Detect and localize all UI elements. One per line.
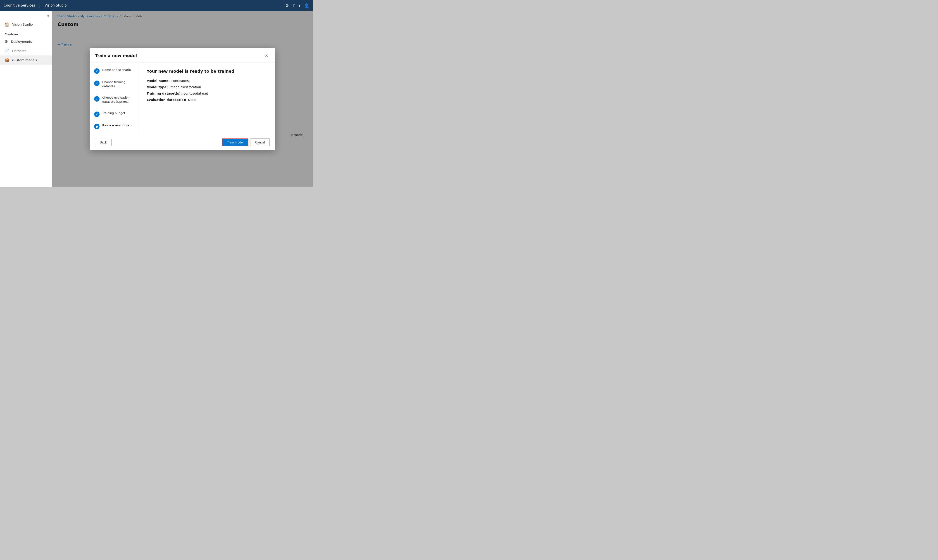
wizard-step-1-wrapper: ✓ Name and scenario: [94, 68, 135, 80]
wizard-step-3-icon: ✓: [94, 96, 100, 102]
wizard-step-5-icon: ●: [94, 124, 100, 129]
train-model-modal: Train a new model × ✓ Name and scenario: [89, 48, 275, 150]
wizard-step-1: ✓ Name and scenario: [94, 68, 135, 74]
collapse-icon[interactable]: «: [47, 14, 49, 18]
custom-models-icon: 📦: [5, 58, 9, 62]
deployments-icon: ⚙: [5, 39, 8, 44]
train-model-button[interactable]: Train model: [222, 138, 248, 146]
nav-separator: |: [39, 3, 40, 8]
wizard-step-2-label: Choose training datasets: [102, 80, 135, 89]
app-brand: Cognitive Services | Vision Studio: [4, 3, 66, 8]
modal-body: ✓ Name and scenario ✓ Choose training da…: [89, 62, 275, 135]
wizard-step-4: ✓ Training budget: [94, 111, 135, 117]
modal-close-button[interactable]: ×: [263, 52, 270, 58]
content-area: Vision Studio › My resources › Contoso ›…: [52, 11, 313, 187]
wizard-step-2-wrapper: ✓ Choose training datasets: [94, 80, 135, 95]
wizard-step-3-wrapper: ✓ Choose evaluation datasets (Optional): [94, 96, 135, 111]
sidebar-collapse-btn[interactable]: «: [0, 14, 52, 20]
wizard-connector-3: [97, 105, 97, 111]
review-label-model-type: Model type:: [147, 85, 168, 89]
settings-icon[interactable]: ⚙: [285, 3, 289, 8]
wizard-step-3-label: Choose evaluation datasets (Optional): [102, 96, 135, 105]
footer-right: Train model Cancel: [222, 138, 270, 146]
modal-title: Train a new model: [95, 53, 137, 58]
product-text: Vision Studio: [45, 3, 66, 8]
review-row-training-dataset: Training dataset(s): contosodataset: [147, 92, 268, 95]
review-row-evaluation-dataset: Evaluation dataset(s): None: [147, 98, 268, 102]
sidebar-label-datasets: Datasets: [12, 49, 26, 53]
datasets-icon: 📄: [5, 48, 9, 53]
wizard-step-5-wrapper: ● Review and finish: [94, 123, 135, 129]
modal-content-panel: Your new model is ready to be trained Mo…: [139, 62, 275, 135]
review-value-model-name: contosotest: [172, 79, 190, 83]
home-icon: 🏠: [5, 22, 9, 27]
sidebar-label-custom-models: Custom models: [12, 58, 37, 62]
sidebar-item-vision-studio[interactable]: 🏠 Vision Studio: [0, 20, 52, 29]
wizard-step-4-wrapper: ✓ Training budget: [94, 111, 135, 123]
brand-text: Cognitive Services: [4, 3, 35, 8]
wizard-steps-panel: ✓ Name and scenario ✓ Choose training da…: [89, 62, 139, 135]
wizard-step-1-icon: ✓: [94, 68, 100, 74]
wizard-step-3: ✓ Choose evaluation datasets (Optional): [94, 96, 135, 105]
top-nav: Cognitive Services | Vision Studio ⚙ ? ▾…: [0, 0, 313, 11]
footer-left: Back: [95, 139, 112, 146]
wizard-step-4-label: Training budget: [102, 111, 125, 116]
review-value-training-dataset: contosodataset: [184, 92, 208, 95]
sidebar-section-title: Contoso: [0, 29, 52, 37]
wizard-step-2-icon: ✓: [94, 80, 100, 86]
sidebar-item-deployments[interactable]: ⚙ Deployments: [0, 37, 52, 46]
wizard-step-4-icon: ✓: [94, 112, 100, 117]
back-button[interactable]: Back: [95, 139, 112, 146]
modal-footer: Back Train model Cancel: [89, 135, 275, 150]
main-layout: « 🏠 Vision Studio Contoso ⚙ Deployments …: [0, 11, 313, 187]
review-value-model-type: Image classification: [170, 85, 201, 89]
sidebar-item-datasets[interactable]: 📄 Datasets: [0, 46, 52, 55]
review-label-training-dataset: Training dataset(s):: [147, 92, 182, 95]
review-label-evaluation-dataset: Evaluation dataset(s):: [147, 98, 186, 102]
wizard-step-5-label: Review and finish: [102, 123, 131, 128]
wizard-step-2: ✓ Choose training datasets: [94, 80, 135, 89]
review-label-model-name: Model name:: [147, 79, 170, 83]
modal-overlay: Train a new model × ✓ Name and scenario: [52, 11, 313, 187]
cancel-button[interactable]: Cancel: [250, 138, 270, 146]
wizard-connector-1: [97, 74, 97, 80]
review-row-model-name: Model name: contosotest: [147, 79, 268, 83]
wizard-step-1-label: Name and scenario: [102, 68, 131, 73]
review-row-model-type: Model type: Image classification: [147, 85, 268, 89]
modal-header: Train a new model ×: [89, 48, 275, 62]
wizard-connector-2: [97, 89, 97, 96]
sidebar-label-deployments: Deployments: [11, 40, 32, 43]
account-icon[interactable]: 👤: [304, 3, 309, 8]
wizard-connector-4: [97, 117, 97, 123]
top-nav-icons: ⚙ ? ▾ 👤: [285, 3, 309, 8]
caret-icon[interactable]: ▾: [298, 3, 300, 8]
sidebar-label-vision-studio: Vision Studio: [12, 23, 33, 26]
review-value-evaluation-dataset: None: [188, 98, 196, 102]
sidebar: « 🏠 Vision Studio Contoso ⚙ Deployments …: [0, 11, 52, 187]
help-icon[interactable]: ?: [292, 3, 295, 8]
sidebar-item-custom-models[interactable]: 📦 Custom models: [0, 55, 52, 65]
review-title: Your new model is ready to be trained: [147, 69, 268, 74]
wizard-step-5: ● Review and finish: [94, 123, 135, 129]
